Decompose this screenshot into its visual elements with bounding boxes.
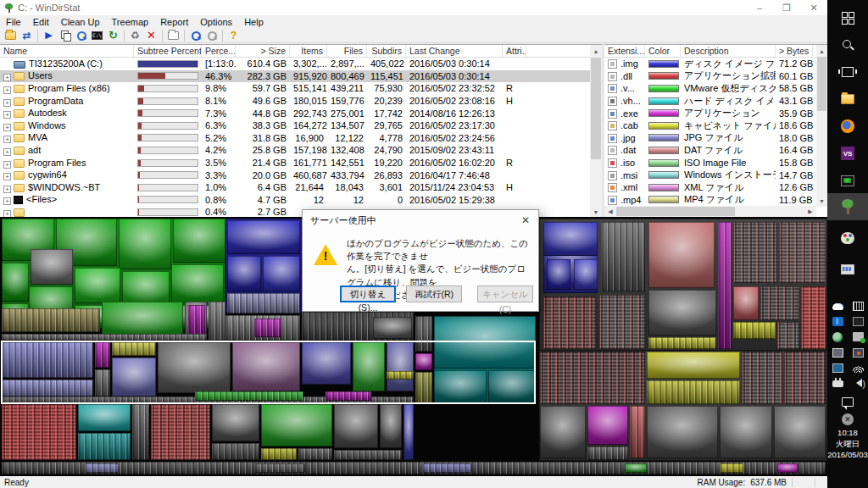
resume-icon[interactable]: ▶: [41, 29, 57, 42]
treemap-rect[interactable]: [784, 352, 826, 404]
minimize-button[interactable]: –: [746, 0, 773, 15]
expand-icon[interactable]: +: [3, 173, 11, 180]
extension-row[interactable]: .exeアプリケーション35.9 GB: [604, 107, 827, 119]
treemap-rect[interactable]: [647, 380, 740, 404]
extension-row[interactable]: .xmlXML ファイル12.6 GB: [604, 181, 827, 194]
treemap-rect[interactable]: [574, 259, 598, 290]
table-row[interactable]: +ProgramData8.1%49.6 GB180,015159,77620,…: [0, 95, 602, 108]
treemap-rect[interactable]: [261, 448, 297, 460]
files-column-size[interactable]: > Size: [236, 45, 290, 57]
network-globe-icon[interactable]: [832, 332, 843, 342]
table-row[interactable]: +MVA5.2%31.8 GB16,90012,1224,7782016/05/…: [0, 132, 602, 145]
table-row[interactable]: +Program Files (x86)9.8%59.7 GB515,14143…: [0, 82, 602, 95]
extension-list-hscrollbar[interactable]: ◀ ▶: [604, 206, 816, 217]
table-row[interactable]: +Windows6.3%38.3 GB164,272134,50729,7652…: [0, 119, 602, 132]
taskbar-clock[interactable]: 10:18火曜日2016/05/03: [827, 428, 868, 460]
table-row[interactable]: +<Files>0.8%4.7 GB121202016/05/02 15:29:…: [0, 194, 602, 207]
treemap-rect[interactable]: [212, 443, 259, 460]
table-row[interactable]: +cygwin643.3%20.0 GB460,687433,79426,893…: [0, 169, 602, 181]
treemap-rect[interactable]: [85, 463, 119, 473]
refresh-selected-icon[interactable]: ↻: [105, 29, 121, 42]
treemap-rect[interactable]: [227, 293, 300, 313]
action-center-icon[interactable]: [827, 393, 868, 410]
table-row[interactable]: +Autodesk7.3%44.8 GB292,743275,00117,742…: [0, 107, 602, 119]
eject-icon[interactable]: ✕: [827, 412, 868, 427]
search-icon[interactable]: [827, 34, 868, 56]
expand-icon[interactable]: +: [3, 74, 11, 81]
select-drives-icon[interactable]: ⇄: [19, 29, 35, 42]
new-folder-icon[interactable]: [165, 29, 181, 42]
vnc-icon[interactable]: [853, 348, 864, 358]
expand-icon[interactable]: +: [3, 186, 11, 193]
treemap-rect[interactable]: [774, 406, 826, 458]
extension-row[interactable]: .cabキャビネット ファイル18.6 GB: [604, 119, 827, 132]
extension-row[interactable]: .dllアプリケーション拡張60.1 GB: [604, 70, 827, 83]
extension-list-vscrollbar[interactable]: ▲ ▼: [816, 45, 827, 207]
visual-studio-icon[interactable]: VS: [827, 142, 868, 164]
command-prompt-icon[interactable]: C:\: [89, 29, 105, 42]
help-icon[interactable]: ?: [225, 29, 242, 42]
treemap-rect[interactable]: [2, 462, 826, 474]
treemap-rect[interactable]: [263, 256, 300, 291]
expand-icon[interactable]: +: [3, 161, 11, 169]
directory-list-vscrollbar[interactable]: ▲ ▼: [590, 45, 602, 217]
copy-path-icon[interactable]: [57, 29, 73, 42]
power-icon[interactable]: [832, 380, 843, 387]
treemap-rect[interactable]: [648, 222, 715, 288]
treemap-rect[interactable]: [334, 450, 402, 460]
expand-icon[interactable]: +: [3, 111, 11, 119]
treemap-rect[interactable]: [777, 463, 798, 473]
extension-row[interactable]: .imgディスク イメージ ファイル71.2 GB: [604, 58, 827, 70]
menu-report[interactable]: Report: [154, 17, 194, 27]
treemap-rect[interactable]: [543, 222, 598, 256]
files-column-subdirs[interactable]: Subdirs: [367, 45, 406, 57]
files-column-perce[interactable]: Perce...: [202, 45, 236, 57]
extension-row[interactable]: .datDAT ファイル16.4 GB: [604, 144, 827, 157]
treemap-rect[interactable]: [380, 404, 402, 448]
treemap-rect[interactable]: [630, 406, 645, 458]
treemap-rect[interactable]: [733, 286, 759, 320]
treemap-rect[interactable]: [720, 463, 743, 473]
treemap-rect[interactable]: [132, 404, 149, 460]
dialog-button-primary[interactable]: 切り替え(S)...: [340, 286, 396, 302]
scroll-left-icon[interactable]: ◀: [604, 208, 616, 215]
scroll-up-icon[interactable]: ▲: [590, 45, 602, 57]
treemap-rect[interactable]: [2, 404, 76, 460]
treemap-rect[interactable]: [742, 352, 782, 404]
expand-icon[interactable]: +: [3, 210, 11, 217]
treemap-rect[interactable]: [151, 404, 210, 460]
terminal-icon[interactable]: [827, 169, 868, 191]
title-bar[interactable]: C: - WinDirStat – ❐ ✕: [0, 0, 827, 15]
paint-palette-icon[interactable]: [827, 227, 868, 249]
menu-help[interactable]: Help: [238, 17, 270, 27]
treemap-rect[interactable]: [212, 404, 259, 441]
treemap-rect[interactable]: [543, 297, 596, 349]
start-button[interactable]: [827, 7, 868, 29]
treemap-rect[interactable]: [31, 249, 73, 285]
treemap-rect[interactable]: [587, 446, 628, 460]
remote-monitor-icon[interactable]: [832, 363, 843, 373]
treemap-rect[interactable]: [2, 308, 100, 332]
expand-icon[interactable]: +: [3, 124, 11, 131]
extension-row[interactable]: .v...VMware 仮想ディスク ファイル58.5 GB: [604, 82, 827, 95]
table-row[interactable]: +Users46.3%282.3 GB915,920800,469115,451…: [0, 70, 602, 83]
scroll-up-icon[interactable]: ▲: [816, 45, 827, 57]
treemap-rect[interactable]: [625, 463, 647, 473]
treemap-rect[interactable]: [2, 334, 207, 341]
zoom-out-icon[interactable]: [203, 29, 220, 42]
scroll-down-icon[interactable]: ▼: [816, 195, 827, 207]
expand-icon[interactable]: +: [3, 148, 11, 156]
task-view-icon[interactable]: [827, 61, 868, 83]
wifi-icon[interactable]: [853, 363, 864, 373]
treemap-rect[interactable]: [373, 317, 412, 339]
extension-row[interactable]: .mp4MP4 ファイル11.9 GB: [604, 194, 827, 207]
treemap-rect[interactable]: [777, 322, 799, 349]
ext-column-extensi[interactable]: Extensi...: [604, 45, 645, 57]
expand-icon[interactable]: +: [3, 197, 11, 205]
treemap-rect[interactable]: [78, 433, 131, 460]
treemap-rect[interactable]: [209, 302, 225, 341]
system-monitor-icon[interactable]: [827, 258, 868, 280]
treemap-rect[interactable]: [647, 352, 740, 379]
treemap-rect[interactable]: [647, 406, 718, 458]
treemap-rect[interactable]: [587, 406, 628, 445]
